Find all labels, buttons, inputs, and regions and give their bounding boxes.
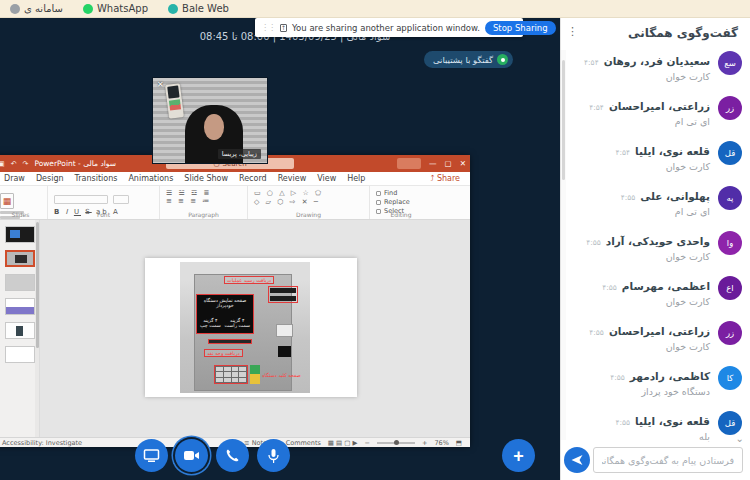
scroll-down-chevron[interactable]: ⌄ <box>736 433 744 444</box>
stop-sharing-button[interactable]: Stop Sharing <box>485 21 556 35</box>
slide-thumbnail[interactable] <box>5 346 35 363</box>
chat-menu-kebab-icon[interactable]: ⋮ <box>567 25 578 38</box>
ribbon-tab[interactable]: Record <box>239 174 267 183</box>
message-text: کارت خوان <box>574 251 710 262</box>
ribbon-tab[interactable]: Review <box>278 174 307 183</box>
ribbon-group-drawing[interactable]: ▭ ○ △ ▷ ☆ ⬠◇ ▱ ⬡ ⇨ ✕ ─ Drawing <box>248 186 370 219</box>
sharing-banner-text: You are sharing another application wind… <box>292 23 480 33</box>
new-slide-icon[interactable]: ▦ <box>0 193 14 209</box>
chat-message-input[interactable] <box>593 447 743 473</box>
send-button[interactable] <box>564 447 590 473</box>
support-button[interactable]: گفتگو با پشتیبانی <box>424 51 513 68</box>
slide-thumbnail-selected[interactable] <box>5 250 35 267</box>
thumbnail-scrollbar[interactable] <box>35 220 39 437</box>
ribbon-tab[interactable]: Draw <box>4 174 25 183</box>
message-text: کارت خوان <box>574 296 710 307</box>
ribbon-tab[interactable]: Slide Show <box>184 174 228 183</box>
save-icon[interactable]: ▣ <box>0 160 5 168</box>
chat-message: زر زراعتی، امیراحسان۴:۵۵ کارت خوان <box>566 320 750 352</box>
browser-tabs: سامانه ی WhatsApp Bale Web <box>0 0 239 18</box>
atm-diagram: دریافت رسید عملیات صفحه نمایش دستگاه خود… <box>180 262 310 393</box>
chat-message-list[interactable]: سع سعیدیان فرد، روهان۴:۵۴ کارت خوان زر ز… <box>566 50 750 442</box>
editing-command[interactable]: Find <box>376 189 426 198</box>
slide-thumbnail[interactable] <box>5 226 35 243</box>
message-text: بله <box>574 431 710 442</box>
chat-message: زر زراعتی، امیراحسان۴:۵۴ ای تی ام <box>566 95 750 127</box>
screen-share-button[interactable] <box>135 439 168 472</box>
list-icons[interactable]: ☰ ☱ ☲ ≣ <box>166 189 241 197</box>
sender-name: واحدی حویدکی، آراد <box>606 235 710 247</box>
ribbon-tab-row: DrawDesignTransitionsAnimationsSlide Sho… <box>0 172 470 186</box>
window-minimize-icon[interactable]: — <box>429 159 437 168</box>
ribbon-group-paragraph[interactable]: ☰ ☱ ☲ ≣ ≡ ≡ ≡ ≔ Paragraph <box>160 186 248 219</box>
sender-name: قلعه نوی، ایلیا <box>635 145 710 157</box>
chat-message: په پهلوانی، علی۴:۵۵ ای تی ام <box>566 185 750 217</box>
ribbon-tab[interactable]: Design <box>36 174 64 183</box>
ribbon-group-slides[interactable]: ▦ Slides <box>0 186 48 219</box>
bale-icon <box>168 4 178 14</box>
sender-name: اعظمی، مهرسام <box>622 280 710 292</box>
chat-message: سع سعیدیان فرد، روهان۴:۵۴ کارت خوان <box>566 50 750 82</box>
browser-tab[interactable]: سامانه ی <box>0 0 73 18</box>
add-button[interactable]: + <box>502 439 535 472</box>
avatar: سع <box>718 51 742 75</box>
atm-screen-left-options: ۴ گزینه سمت چپ <box>200 318 221 328</box>
align-icons[interactable]: ≡ ≡ ≡ ≔ <box>166 197 241 205</box>
ribbon-group-font[interactable]: B I U S ab A Font <box>48 186 160 219</box>
chat-message: کا کاظمی، رادمهر۴:۵۵ دستگاه خود پرداز <box>566 365 750 397</box>
avatar: اع <box>718 276 742 300</box>
support-button-label: گفتگو با پشتیبانی <box>433 55 493 65</box>
whatsapp-icon <box>83 4 93 14</box>
chat-title: گفت‌وگوی همگانی <box>628 26 738 40</box>
phone-button[interactable] <box>216 439 249 472</box>
microphone-button[interactable] <box>257 439 290 472</box>
undo-icon[interactable]: ↶ <box>11 160 17 168</box>
slide-thumbnail[interactable] <box>5 274 35 291</box>
window-close-icon[interactable]: ✕ <box>460 159 466 168</box>
powerpoint-window: ▣ ↶ ↷ سواد مالی - PowerPoint ○ Search — … <box>0 155 470 447</box>
browser-tab[interactable]: WhatsApp <box>73 0 158 18</box>
ribbon-tab[interactable]: View <box>317 174 336 183</box>
support-icon <box>497 54 508 65</box>
window-maximize-icon[interactable]: ▢ <box>445 159 452 168</box>
account-chip[interactable] <box>397 158 421 169</box>
camera-button[interactable] <box>175 439 208 472</box>
font-name-box[interactable] <box>54 195 108 204</box>
screen-share-status-icon: ↑ <box>280 24 287 32</box>
message-time: ۴:۵۵ <box>615 418 630 427</box>
webcam-tile[interactable]: ✕ زیبایی، پریسا <box>152 77 268 164</box>
drag-handle-icon[interactable]: ⋮⋮ <box>261 24 275 32</box>
avatar: کا <box>718 366 742 390</box>
message-time: ۴:۵۵ <box>621 193 636 202</box>
atm-function-keys <box>250 365 260 384</box>
message-time: ۴:۵۵ <box>610 373 625 382</box>
editing-command[interactable]: Replace <box>376 198 426 207</box>
message-text: ای تی ام <box>574 116 710 127</box>
redo-icon[interactable]: ↷ <box>23 160 29 168</box>
chat-message: اع اعظمی، مهرسام۴:۵۵ کارت خوان <box>566 275 750 307</box>
ribbon-tab[interactable]: Transitions <box>75 174 118 183</box>
chat-input-row <box>561 446 750 474</box>
font-size-box[interactable] <box>113 195 129 204</box>
slide-thumbnail[interactable] <box>5 322 35 339</box>
ribbon-tab[interactable]: Help <box>347 174 365 183</box>
chat-message: قل قلعه نوی، ایلیا۴:۵۴ کارت خوان <box>566 140 750 172</box>
shape-gallery[interactable]: ▭ ○ △ ▷ ☆ ⬠◇ ▱ ⬡ ⇨ ✕ ─ <box>254 189 363 208</box>
sender-name: پهلوانی، علی <box>640 190 710 202</box>
slide-thumbnail-panel[interactable] <box>0 220 40 437</box>
ribbon-tab[interactable]: Animations <box>128 174 173 183</box>
slide-thumbnail[interactable] <box>5 298 35 315</box>
share-button[interactable]: ⤴ Share <box>430 174 460 183</box>
atm-keypad-label: صفحه کلید دستگاه <box>262 372 301 378</box>
sender-name: سعیدیان فرد، روهان <box>604 55 710 67</box>
message-time: ۴:۵۵ <box>589 328 604 337</box>
sender-name: زراعتی، امیراحسان <box>609 100 710 112</box>
message-text: ای تی ام <box>574 206 710 217</box>
slide-canvas: دریافت رسید عملیات صفحه نمایش دستگاه خود… <box>40 220 470 437</box>
close-icon[interactable]: ✕ <box>157 80 164 89</box>
browser-tab[interactable]: Bale Web <box>158 0 239 18</box>
ribbon: ▦ Slides B I U S ab A Font ☰ ☱ ☲ ≣ <box>0 186 470 220</box>
message-time: ۴:۵۴ <box>615 148 630 157</box>
avatar: زر <box>718 96 742 120</box>
sender-name: زراعتی، امیراحسان <box>609 325 710 337</box>
